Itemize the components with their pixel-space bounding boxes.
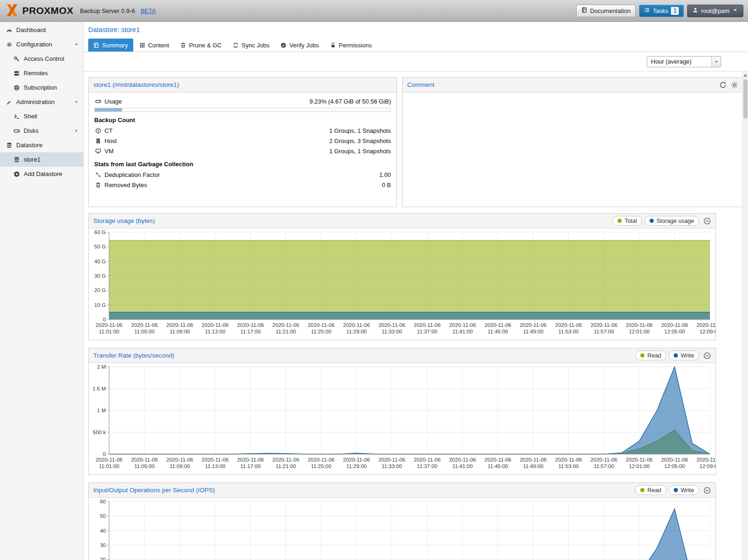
vertical-scrollbar[interactable] (742, 72, 748, 560)
svg-text:11:45:00: 11:45:00 (488, 329, 508, 334)
gear-icon[interactable] (731, 81, 738, 89)
legend-label: Read (647, 352, 661, 359)
legend-dot (650, 219, 654, 223)
svg-text:2020-11-06: 2020-11-06 (166, 322, 193, 328)
legend-dot (618, 219, 622, 223)
building-icon (94, 138, 102, 144)
svg-text:2 M: 2 M (97, 364, 106, 370)
scroll-thumb[interactable] (743, 79, 748, 118)
combo-caret-icon[interactable] (711, 57, 721, 67)
database-icon (6, 142, 13, 149)
storage-usage-chart-header: Storage usage (bytes) TotalStorage usage (89, 214, 715, 228)
svg-text:40: 40 (100, 528, 106, 534)
sidebar-item-add-datastore[interactable]: Add Datastore (0, 167, 83, 181)
tab-verify-jobs[interactable]: Verify Jobs (275, 39, 324, 52)
row-label: CT (104, 127, 112, 134)
svg-text:2020-11-06: 2020-11-06 (696, 322, 715, 328)
terminal-icon (13, 113, 20, 120)
legend-item-write[interactable]: Write (669, 351, 699, 360)
svg-text:2020-11-06: 2020-11-06 (591, 322, 618, 328)
legend-item-read[interactable]: Read (635, 485, 666, 495)
svg-text:11:05:00: 11:05:00 (134, 329, 155, 334)
svg-text:12:05:00: 12:05:00 (664, 329, 685, 334)
trash-icon (180, 42, 186, 48)
cube-icon (94, 128, 102, 134)
caret-down-icon[interactable] (74, 99, 79, 104)
sidebar-item-configuration[interactable]: Configuration (0, 37, 83, 52)
sidebar-item-remotes[interactable]: Remotes (0, 66, 83, 80)
svg-text:2020-11-06: 2020-11-06 (378, 457, 405, 462)
svg-text:12:09:00: 12:09:00 (700, 329, 715, 334)
collapse-icon[interactable] (703, 487, 711, 494)
comment-panel-body[interactable] (403, 92, 743, 100)
svg-text:11:33:00: 11:33:00 (382, 329, 402, 334)
check-circle-icon (280, 42, 286, 48)
database-icon (13, 156, 20, 163)
tasks-label: Tasks (653, 7, 668, 14)
user-label: root@pam (701, 7, 729, 14)
sidebar-item-disks[interactable]: Disks (0, 124, 83, 138)
sidebar-item-dashboard[interactable]: Dashboard (0, 23, 83, 37)
transfer-rate-legend: ReadWrite (633, 351, 699, 360)
legend-label: Write (681, 352, 694, 359)
legend-item-write[interactable]: Write (669, 485, 699, 495)
user-icon (692, 7, 698, 14)
scroll-up-arrow[interactable] (743, 74, 747, 77)
svg-text:11:45:00: 11:45:00 (488, 463, 508, 469)
tab-content[interactable]: Content (134, 39, 175, 52)
caret-down-icon[interactable] (74, 42, 79, 47)
legend-item-total[interactable]: Total (612, 216, 642, 226)
documentation-button[interactable]: Documentation (576, 5, 636, 17)
legend-item-storage-usage[interactable]: Storage usage (644, 216, 699, 226)
tab-label: Prune & GC (189, 42, 221, 49)
sidebar-item-subscription[interactable]: Subscription (0, 80, 83, 95)
collapse-icon[interactable] (703, 352, 711, 359)
svg-text:11:17:00: 11:17:00 (241, 463, 261, 469)
svg-text:11:21:00: 11:21:00 (276, 463, 296, 469)
timeframe-select[interactable]: Hour (average) (647, 56, 721, 67)
server-icon (13, 70, 20, 77)
svg-text:2020-11-06: 2020-11-06 (661, 457, 688, 462)
brand-name: PROXMOX (22, 5, 73, 16)
svg-text:60: 60 (100, 499, 106, 504)
row-value: 1.00 (379, 171, 391, 178)
caret-right-icon[interactable] (74, 128, 79, 133)
tab-permissions[interactable]: Permissions (325, 39, 377, 52)
sidebar-item-administration[interactable]: Administration (0, 95, 83, 109)
legend-label: Read (647, 487, 661, 494)
legend-label: Write (681, 487, 694, 494)
svg-text:2020-11-06: 2020-11-06 (414, 457, 441, 462)
backup-count-heading: Backup Count (94, 117, 391, 124)
tab-summary[interactable]: Summary (88, 39, 133, 52)
sidebar-item-label: Disks (24, 127, 39, 134)
legend-item-read[interactable]: Read (635, 351, 666, 360)
gc-stats-heading: Stats from last Garbage Collection (94, 161, 391, 168)
svg-text:2020-11-06: 2020-11-06 (343, 322, 370, 328)
row-value: 1 Groups, 1 Snapshots (329, 148, 391, 155)
svg-text:2020-11-06: 2020-11-06 (414, 322, 441, 328)
svg-text:11:29:00: 11:29:00 (346, 329, 367, 334)
sidebar-item-datastore[interactable]: Datastore (0, 138, 83, 152)
beta-link[interactable]: BETA (141, 7, 156, 14)
svg-text:2020-11-06: 2020-11-06 (378, 322, 405, 328)
collapse-icon[interactable] (703, 217, 711, 225)
sidebar-item-shell[interactable]: Shell (0, 109, 83, 124)
row-label: Deduplication Factor (104, 171, 160, 178)
refresh-icon[interactable] (719, 81, 727, 89)
sidebar-item-access-control[interactable]: Access Control (0, 52, 83, 66)
svg-text:11:41:00: 11:41:00 (452, 329, 473, 334)
sidebar-item-label: Subscription (24, 84, 57, 91)
row-value: 0 B (382, 182, 391, 189)
book-icon (581, 7, 587, 14)
sidebar-item-store1[interactable]: store1 (0, 152, 83, 167)
svg-text:2020-11-06: 2020-11-06 (273, 457, 299, 462)
tasks-button[interactable]: Tasks 1 (639, 5, 684, 17)
store-panel-body: Usage 9.23% (4.67 GiB of 50.56 GiB) Back… (89, 92, 397, 194)
svg-text:20: 20 (100, 557, 106, 560)
tab-sync-jobs[interactable]: Sync Jobs (228, 39, 274, 52)
sidebar-item-label: Dashboard (16, 26, 46, 33)
tab-prune-gc[interactable]: Prune & GC (175, 39, 227, 52)
user-menu-button[interactable]: root@pam (687, 5, 743, 17)
grid-icon (139, 42, 145, 48)
store-panel-title: store1 (/mnt/datastores/store1) (93, 81, 179, 88)
